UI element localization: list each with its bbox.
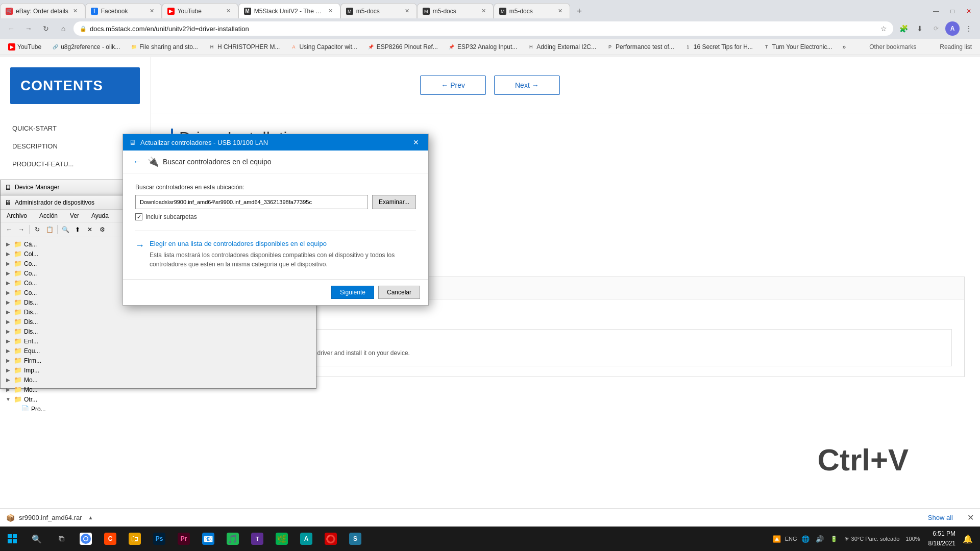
- dm-tree-item-mo1[interactable]: ▶📁Mo...: [3, 375, 314, 385]
- dm-tb-update[interactable]: ⬆: [72, 224, 83, 235]
- prev-page-button[interactable]: ← Prev: [420, 76, 486, 95]
- bookmark-capacitor[interactable]: A Using Capacitor wit...: [286, 42, 361, 52]
- dm-tree-item-otr[interactable]: ▼📁Otr...: [3, 394, 314, 404]
- taskbar-app-purple[interactable]: T: [245, 527, 270, 551]
- extensions-button[interactable]: 🧩: [896, 21, 911, 36]
- minimize-button[interactable]: —: [929, 4, 943, 18]
- bookmark-filesharing[interactable]: 📁 File sharing and sto...: [126, 42, 202, 52]
- tab-m5docs3[interactable]: M m5-docs ✕: [494, 3, 570, 18]
- tab-close-m5stack[interactable]: ✕: [327, 7, 335, 15]
- bookmark-christopher[interactable]: H H CHRISTOPHER M...: [204, 42, 284, 52]
- next-page-button[interactable]: Next →: [494, 76, 560, 95]
- bookmark-turnyour[interactable]: T Turn Your Electronic...: [759, 42, 837, 52]
- other-bookmarks[interactable]: Other bookmarks: [865, 42, 920, 52]
- tab-youtube[interactable]: ▶ YouTube ✕: [162, 3, 238, 18]
- dm-tb-uninstall[interactable]: ✕: [84, 224, 95, 235]
- dm-tb-forward[interactable]: →: [16, 224, 27, 235]
- taskbar-app-snake[interactable]: S: [343, 527, 368, 551]
- taskbar-app-media[interactable]: 🎵: [220, 527, 245, 551]
- taskbar-app-arduino[interactable]: A: [294, 527, 318, 551]
- tray-battery-icon[interactable]: 🔋: [828, 533, 840, 545]
- dm-tree-item-imp[interactable]: ▶📁Imp...: [3, 365, 314, 375]
- show-all-button[interactable]: Show all: [928, 514, 953, 521]
- profile-button[interactable]: A: [945, 21, 960, 36]
- dm-tree-item-firm[interactable]: ▶📁Firm...: [3, 356, 314, 365]
- reading-list[interactable]: Reading list: [936, 42, 976, 52]
- dm-tree-item-mo2[interactable]: ▶📁Mo...: [3, 385, 314, 394]
- close-window-button[interactable]: ✕: [962, 4, 976, 18]
- ud-back-button[interactable]: ←: [131, 156, 143, 168]
- ud-siguiente-button[interactable]: Siguiente: [331, 286, 374, 299]
- taskbar-app-red-circle[interactable]: ⭕: [318, 527, 343, 551]
- tab-m5docs2[interactable]: M m5-docs ✕: [417, 3, 494, 18]
- download-bar-close-button[interactable]: ✕: [967, 513, 974, 522]
- tray-network-icon[interactable]: 🌐: [799, 533, 812, 545]
- ud-close-button[interactable]: ✕: [410, 136, 422, 148]
- bookmark-i2c[interactable]: H Adding External I2C...: [523, 42, 600, 52]
- download-options-button[interactable]: ▲: [86, 514, 95, 521]
- tab-close-m5docs1[interactable]: ✕: [403, 7, 411, 15]
- tab-close-ebay[interactable]: ✕: [71, 7, 80, 15]
- dm-tb-properties[interactable]: 📋: [44, 224, 55, 235]
- forward-button[interactable]: →: [21, 21, 36, 36]
- ud-browse-button[interactable]: Examinar...: [372, 195, 416, 209]
- taskbar-app-chrome[interactable]: [74, 527, 98, 551]
- bookmark-performance[interactable]: P Performance test of...: [602, 42, 678, 52]
- tab-facebook[interactable]: f Facebook ✕: [85, 3, 162, 18]
- bookmark-esp32[interactable]: 📌 ESP32 Analog Input...: [444, 42, 521, 52]
- dm-tb-back[interactable]: ←: [4, 224, 15, 235]
- dm-tree-item-dis2[interactable]: ▶📁Dis...: [3, 307, 314, 317]
- settings-button[interactable]: ⋮: [962, 21, 976, 36]
- start-button[interactable]: [0, 527, 24, 551]
- tab-close-m5docs2[interactable]: ✕: [480, 7, 488, 15]
- address-bar[interactable]: 🔒 docs.m5stack.com/en/unit/unitv2?id=dri…: [74, 21, 893, 36]
- tray-volume-icon[interactable]: 🔊: [814, 533, 826, 545]
- tab-ebay[interactable]: 🛒 eBay: Order details ✕: [0, 3, 85, 18]
- tab-close-m5docs3[interactable]: ✕: [556, 7, 565, 15]
- dm-tree-item-dis4[interactable]: ▶📁Dis...: [3, 327, 314, 336]
- dm-menu-archivo[interactable]: Archivo: [1, 211, 33, 221]
- reload-button[interactable]: ↻: [39, 21, 53, 36]
- ud-alt-link[interactable]: Elegir en una lista de controladores dis…: [150, 239, 416, 248]
- bookmark-star-icon[interactable]: ☆: [880, 24, 887, 33]
- bookmark-esp8266[interactable]: 📌 ESP8266 Pinout Ref...: [363, 42, 442, 52]
- bookmark-16tips[interactable]: 1 16 Secret Tips for H...: [680, 42, 757, 52]
- dm-tb-extra[interactable]: ⚙: [96, 224, 108, 235]
- tray-expand-icon[interactable]: 🔼: [771, 533, 783, 545]
- tray-weather[interactable]: ☀ 30°C Parc. soleado: [842, 536, 902, 542]
- back-button[interactable]: ←: [4, 21, 18, 36]
- taskbar-clock[interactable]: 6:51 PM 8/18/2021: [924, 529, 960, 548]
- dm-tb-refresh[interactable]: ↻: [32, 224, 43, 235]
- dm-tb-scan[interactable]: 🔍: [60, 224, 71, 235]
- taskbar-app-orange[interactable]: C: [98, 527, 122, 551]
- tab-close-youtube[interactable]: ✕: [225, 7, 233, 15]
- downloads-button[interactable]: ⬇: [913, 21, 927, 36]
- bookmark-youtube[interactable]: ▶ YouTube: [4, 42, 45, 52]
- bookmark-more-chevron[interactable]: »: [838, 42, 850, 52]
- ud-cancelar-button[interactable]: Cancelar: [378, 286, 420, 299]
- tray-language-icon[interactable]: ENG: [785, 533, 797, 545]
- home-button[interactable]: ⌂: [56, 21, 70, 36]
- tray-zoom[interactable]: 100%: [903, 536, 922, 542]
- dm-menu-ayuda[interactable]: Ayuda: [85, 211, 115, 221]
- dm-tree-item-ent[interactable]: ▶📁Ent...: [3, 336, 314, 346]
- ud-path-input[interactable]: [135, 195, 368, 209]
- dm-tree-item-pro[interactable]: 📄Pro...: [10, 404, 314, 411]
- tab-m5docs1[interactable]: M m5-docs ✕: [340, 3, 417, 18]
- search-button[interactable]: 🔍: [24, 527, 49, 551]
- dm-tree-item-equ[interactable]: ▶📁Equ...: [3, 346, 314, 356]
- notification-center-icon[interactable]: 🔔: [962, 533, 974, 545]
- taskbar-app-mail[interactable]: 📧: [196, 527, 220, 551]
- taskbar-app-pi[interactable]: Pr: [172, 527, 196, 551]
- tab-m5stack[interactable]: M M5Stack UnitV2 - The standaló... ✕: [238, 3, 340, 18]
- dm-menu-accion[interactable]: Acción: [33, 211, 64, 221]
- bookmark-u8g2[interactable]: 🔗 u8g2reference - olik...: [47, 42, 124, 52]
- taskbar-app-ps[interactable]: Ps: [147, 527, 172, 551]
- tab-close-facebook[interactable]: ✕: [148, 7, 156, 15]
- new-tab-button[interactable]: +: [572, 4, 586, 18]
- dm-menu-ver[interactable]: Ver: [64, 211, 85, 221]
- maximize-button[interactable]: □: [945, 4, 960, 18]
- ud-include-subcategories-checkbox[interactable]: ✓: [135, 213, 142, 220]
- dm-tree-item-dis3[interactable]: ▶📁Dis...: [3, 317, 314, 327]
- taskbar-app-green[interactable]: 🌿: [270, 527, 294, 551]
